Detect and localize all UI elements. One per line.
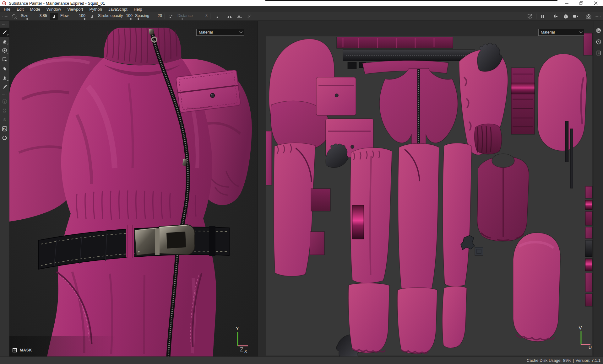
axis-z-label: Z (240, 346, 243, 353)
iray-render-icon[interactable] (0, 133, 9, 142)
menu-help[interactable]: Help (131, 6, 145, 12)
uv-island-edge-bit (585, 259, 592, 271)
photoshop-export-icon[interactable]: Ps (0, 124, 9, 133)
size-slider[interactable]: Size 3.85 (21, 13, 47, 20)
paint-brush-tool[interactable] (0, 28, 9, 37)
viewport-splitter[interactable] (257, 21, 258, 356)
chevron-down-icon (579, 30, 583, 33)
axis-u-label: U (589, 345, 592, 350)
toolbar-grip[interactable] (3, 16, 8, 17)
smudge-tool[interactable] (0, 64, 9, 73)
mirror-settings-icon[interactable] (236, 13, 243, 20)
restore-button[interactable] (574, 0, 589, 6)
uv-island-sleeve-right (538, 54, 587, 151)
split-view-icon[interactable] (552, 13, 559, 20)
svg-text:Ps: Ps (3, 128, 6, 131)
spacing-handle[interactable] (137, 18, 139, 20)
history-icon[interactable] (595, 38, 602, 45)
uv-island-edge-bit (585, 211, 592, 225)
uv-island-edge-bit (585, 186, 592, 198)
display-settings-icon[interactable] (595, 27, 602, 34)
material-dropdown-3d[interactable]: Material (196, 29, 244, 36)
menu-mode[interactable]: Mode (27, 6, 43, 12)
right-dock-strip (594, 21, 603, 356)
polygon-fill-tool[interactable] (0, 55, 9, 64)
mask-channel-icon (13, 348, 17, 352)
falloff-curve-icon[interactable] (213, 13, 220, 20)
menu-edit[interactable]: Edit (14, 6, 27, 12)
hide-stencil-icon[interactable] (526, 13, 534, 20)
menu-javascript[interactable]: JavaScript (105, 6, 131, 12)
svg-text:S: S (3, 118, 6, 122)
material-dropdown-uv-value: Material (541, 30, 555, 35)
viewport-uv-2d[interactable]: V U (258, 21, 594, 356)
chevron-down-icon (239, 30, 242, 33)
uv-island-patch-dark-2 (310, 232, 324, 255)
size-pressure-toggle[interactable] (50, 13, 58, 20)
distance-slider[interactable]: Distance 8 (177, 13, 208, 20)
tools-sidebar: S S Ps (0, 21, 9, 356)
mask-indicator[interactable]: MASK (13, 347, 32, 353)
flow-value: 100 (79, 13, 85, 18)
flow-slider[interactable]: Flow 100 (60, 13, 85, 20)
flow-pressure-toggle[interactable] (88, 13, 95, 20)
cache-disk-usage-label: Cache Disk Usage: (527, 358, 562, 363)
uv-island-leg-bottom-1 (348, 283, 389, 353)
stroke-opacity-handle[interactable] (130, 18, 132, 20)
minimize-button[interactable] (560, 0, 574, 6)
mirror-symmetry-icon[interactable] (226, 13, 233, 20)
spacing-label: Spacing (135, 13, 149, 18)
uv-island-collar-strip (337, 37, 453, 48)
svg-text:S: S (4, 100, 6, 103)
brush-preview-icon[interactable] (11, 13, 18, 20)
menu-viewport[interactable]: Viewport (64, 6, 86, 12)
status-bar: Cache Disk Usage: 89% | Version: 7.1.1 (0, 356, 603, 364)
substance-material-icon[interactable]: S (0, 97, 9, 106)
menu-python[interactable]: Python (86, 6, 105, 12)
flow-label: Flow (60, 13, 68, 18)
hourglass-icon (0, 106, 9, 115)
stroke-opacity-slider[interactable]: Stroke opacity 100 (98, 13, 133, 20)
size-value: 3.85 (40, 13, 47, 18)
screenshot-camera-icon[interactable] (585, 13, 592, 20)
version-text: Version: 7.1.1 (576, 358, 601, 363)
mask-label: MASK (20, 348, 32, 352)
scatter-icon[interactable] (167, 13, 175, 20)
substance-source-icon[interactable]: S (0, 115, 9, 124)
material-dropdown-uv[interactable]: Material (538, 29, 584, 36)
material-picker-tool[interactable] (0, 82, 9, 91)
axis-x-label: X (244, 349, 247, 354)
menu-file[interactable]: File (1, 6, 14, 12)
viewport-3d[interactable]: Y Z X (9, 21, 257, 356)
material-dropdown-3d-value: Material (199, 30, 213, 35)
uv-island-patch-dark (311, 189, 330, 211)
clone-stamp-tool[interactable] (0, 73, 9, 82)
menu-window[interactable]: Window (43, 6, 64, 12)
uv-island-ruched-cuff (475, 124, 502, 154)
toolbar-grip-right[interactable] (595, 16, 600, 17)
eraser-tool[interactable] (0, 37, 9, 46)
flow-handle[interactable] (84, 18, 86, 20)
axis-v-label: V (579, 325, 582, 330)
close-button[interactable] (589, 0, 603, 6)
pause-engine-icon[interactable] (539, 13, 546, 20)
uv-island-side-strip (266, 131, 272, 185)
substance-painter-window: Substance Painter - Maintenance Expired … (0, 0, 603, 364)
projection-tool[interactable] (0, 46, 9, 55)
log-icon[interactable] (595, 50, 602, 56)
tools-grip[interactable] (2, 24, 7, 25)
uv-island-strap-dark (565, 121, 568, 162)
menu-bar: File Edit Mode Window Viewport Python Ja… (0, 6, 603, 12)
warp-transform-icon[interactable] (246, 13, 253, 20)
tools-grip-2[interactable] (2, 94, 7, 94)
size-label: Size (21, 13, 28, 18)
uv-island-cuff-rib (511, 68, 535, 134)
uv-island-leg-bottom-3 (442, 286, 467, 348)
spacing-slider[interactable]: Spacing 20 (135, 13, 162, 20)
screen-artifact-strip (265, 0, 557, 1)
size-handle[interactable] (26, 18, 28, 20)
uv-island-zipper-tab (348, 62, 356, 69)
view-3d-cube-icon[interactable] (562, 13, 569, 20)
distance-handle[interactable] (181, 18, 183, 20)
camera-view-icon[interactable] (572, 13, 579, 20)
